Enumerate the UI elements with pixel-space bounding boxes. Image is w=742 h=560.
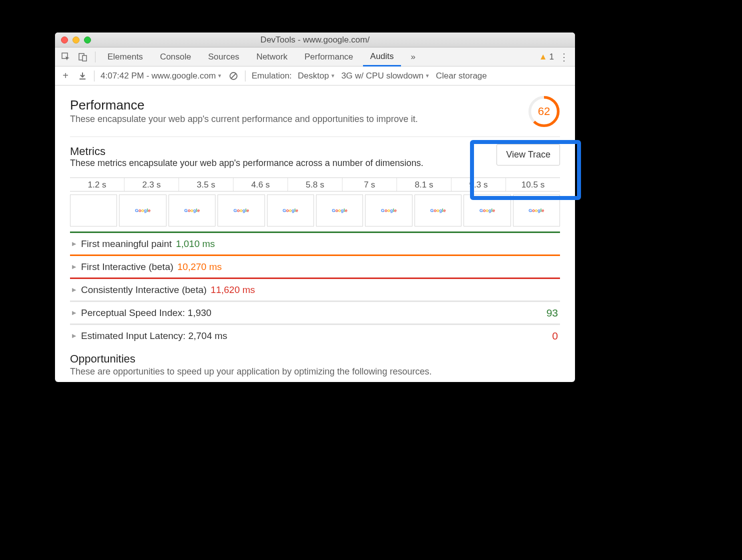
throttling-select[interactable]: 3G w/ CPU slowdown (342, 71, 430, 81)
performance-desc: These encapsulate your web app's current… (70, 114, 528, 124)
view-trace-button[interactable]: View Trace (496, 144, 560, 166)
report-header: Performance These encapsulate your web a… (70, 98, 560, 128)
expand-icon: ▶ (72, 240, 76, 247)
tab-performance[interactable]: Performance (298, 48, 360, 66)
opportunities-header: Opportunities These are opportunities to… (70, 352, 560, 377)
devtools-window: DevTools - www.google.com/ Elements Cons… (55, 32, 575, 382)
metric-value: 10,270 ms (178, 262, 222, 272)
timeline-tick: 7 s (342, 178, 397, 191)
metrics-header: Metrics These metrics encapsulate your w… (70, 145, 560, 168)
timeline-tick: 4.6 s (234, 178, 288, 191)
tab-console[interactable]: Console (153, 48, 198, 66)
expand-icon: ▶ (72, 264, 76, 270)
metric-score: 0 (552, 330, 558, 342)
svg-rect-2 (82, 56, 86, 61)
devtools-tabbar: Elements Console Sources Network Perform… (55, 48, 575, 66)
filmstrip-frame: Google (365, 194, 412, 226)
metric-row[interactable]: ▶First Interactive (beta)10,270 ms (70, 254, 560, 278)
expand-icon: ▶ (72, 286, 76, 293)
filmstrip-frame: Google (316, 194, 363, 226)
metric-value: 11,620 ms (210, 284, 255, 296)
expand-icon: ▶ (72, 310, 76, 316)
timeline: 1.2 s2.3 s3.5 s4.6 s5.8 s7 s8.1 s9.3 s10… (70, 178, 560, 226)
timeline-tick: 9.3 s (452, 178, 506, 191)
clear-icon[interactable] (228, 70, 239, 82)
filmstrip-frame: Google (119, 194, 166, 226)
minimize-window-button[interactable] (72, 36, 80, 44)
titlebar: DevTools - www.google.com/ (55, 32, 575, 48)
filmstrip-frame (70, 194, 117, 226)
metric-label: First Interactive (beta) (81, 262, 174, 272)
run-select[interactable]: 4:07:42 PM - www.google.com (100, 71, 222, 81)
tab-sources[interactable]: Sources (201, 48, 246, 66)
filmstrip: GoogleGoogleGoogleGoogleGoogleGoogleGoog… (70, 194, 560, 226)
emulation-label: Emulation: (252, 71, 292, 81)
tab-audits[interactable]: Audits (363, 48, 400, 66)
tab-network[interactable]: Network (250, 48, 294, 66)
metric-row[interactable]: ▶First meaningful paint1,010 ms (70, 232, 560, 254)
metric-row[interactable]: ▶Estimated Input Latency: 2,704 ms0 (70, 324, 560, 346)
metric-list: ▶First meaningful paint1,010 ms▶First In… (70, 232, 560, 346)
svg-line-5 (231, 74, 236, 78)
timeline-ticks: 1.2 s2.3 s3.5 s4.6 s5.8 s7 s8.1 s9.3 s10… (70, 178, 560, 192)
filmstrip-frame: Google (414, 194, 462, 226)
warning-icon: ▲ (539, 52, 548, 62)
metrics-desc: These metrics encapsulate your web app's… (70, 158, 496, 168)
timeline-tick: 10.5 s (506, 178, 560, 191)
metric-label: Consistently Interactive (beta) (81, 284, 206, 296)
metric-value: 1,010 ms (176, 238, 215, 250)
expand-icon: ▶ (72, 332, 76, 339)
metric-label: First meaningful paint (81, 238, 172, 250)
audits-toolbar: + 4:07:42 PM - www.google.com Emulation:… (55, 66, 575, 86)
zoom-window-button[interactable] (84, 36, 91, 44)
close-window-button[interactable] (61, 36, 68, 44)
timeline-tick: 5.8 s (288, 178, 342, 191)
warning-count: 1 (550, 52, 554, 62)
performance-title: Performance (70, 98, 528, 113)
inspect-element-icon[interactable] (59, 50, 73, 64)
timeline-tick: 3.5 s (179, 178, 234, 191)
filmstrip-frame: Google (513, 194, 560, 226)
metrics-title: Metrics (70, 145, 496, 158)
metric-score: 93 (546, 307, 558, 319)
tab-overflow[interactable]: » (404, 48, 422, 66)
tab-elements[interactable]: Elements (100, 48, 150, 66)
clear-storage-option[interactable]: Clear storage (436, 71, 487, 81)
metric-label: Estimated Input Latency: 2,704 ms (81, 330, 228, 342)
filmstrip-frame: Google (218, 194, 264, 226)
filmstrip-frame: Google (168, 194, 216, 226)
device-toolbar-icon[interactable] (76, 50, 90, 64)
filmstrip-frame: Google (267, 194, 314, 226)
emulation-device-select[interactable]: Desktop (298, 71, 336, 81)
download-report-icon[interactable] (77, 70, 88, 82)
warning-badge[interactable]: ▲ 1 (539, 52, 554, 62)
timeline-tick: 8.1 s (397, 178, 452, 191)
filmstrip-frame: Google (464, 194, 510, 226)
metric-row[interactable]: ▶Consistently Interactive (beta)11,620 m… (70, 278, 560, 300)
new-audit-icon[interactable]: + (60, 70, 71, 82)
svg-rect-3 (80, 78, 86, 80)
timeline-tick: 1.2 s (70, 178, 124, 191)
audit-report: Performance These encapsulate your web a… (55, 86, 575, 382)
opportunities-desc: These are opportunities to speed up your… (70, 366, 560, 377)
metric-row[interactable]: ▶Perceptual Speed Index: 1,93093 (70, 300, 560, 324)
performance-score-gauge: 62 (528, 96, 560, 128)
opportunities-title: Opportunities (70, 352, 560, 366)
kebab-menu-icon[interactable]: ⋮ (557, 50, 571, 64)
timeline-tick: 2.3 s (124, 178, 179, 191)
window-title: DevTools - www.google.com/ (55, 35, 575, 45)
window-controls (55, 36, 91, 44)
metric-label: Perceptual Speed Index: 1,930 (81, 308, 212, 318)
